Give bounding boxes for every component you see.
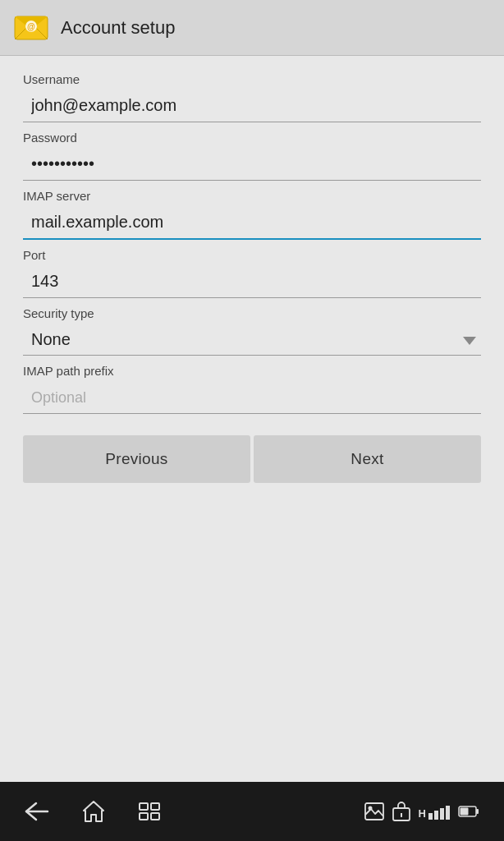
signal-bar-3	[440, 808, 444, 820]
back-arrow-icon	[25, 802, 49, 821]
bag-icon	[392, 802, 410, 821]
signal-indicator: H	[419, 803, 450, 820]
svg-rect-18	[476, 809, 479, 814]
next-button[interactable]: Next	[254, 435, 481, 483]
imap-server-field-group: IMAP server	[23, 189, 481, 240]
svg-text:@: @	[27, 22, 35, 31]
page-title: Account setup	[61, 17, 175, 39]
password-input[interactable]	[23, 149, 481, 181]
signal-bar-4	[446, 806, 450, 820]
security-type-field-group: Security type None SSL/TLS STARTTLS	[23, 306, 481, 356]
security-type-select[interactable]: None SSL/TLS STARTTLS	[23, 325, 481, 356]
imap-path-prefix-label: IMAP path prefix	[23, 364, 481, 378]
svg-marker-6	[84, 802, 103, 821]
svg-rect-7	[140, 803, 148, 810]
recents-icon	[138, 802, 161, 821]
button-row: Previous Next	[0, 422, 504, 496]
username-field-group: Username	[23, 72, 481, 122]
lock-button[interactable]	[392, 802, 410, 821]
nav-left-icons	[25, 800, 161, 823]
recents-button[interactable]	[138, 802, 161, 821]
port-label: Port	[23, 248, 481, 262]
signal-bar-2	[434, 811, 438, 820]
image-button[interactable]	[364, 802, 384, 820]
main-content: Username Password IMAP server Port Secur…	[0, 56, 504, 422]
username-label: Username	[23, 72, 481, 86]
top-bar: @ Account setup	[0, 0, 504, 56]
imap-server-input[interactable]	[23, 208, 481, 240]
password-label: Password	[23, 131, 481, 145]
home-button[interactable]	[82, 800, 105, 823]
imap-path-prefix-input[interactable]	[23, 383, 481, 414]
image-icon	[364, 802, 384, 820]
email-icon: @	[13, 10, 49, 46]
home-icon	[82, 800, 105, 823]
imap-server-label: IMAP server	[23, 189, 481, 203]
h-icon: H	[419, 807, 426, 820]
battery-indicator	[458, 805, 479, 818]
previous-button[interactable]: Previous	[23, 435, 250, 483]
nav-bar: H	[0, 782, 504, 841]
port-field-group: Port	[23, 248, 481, 298]
signal-bar-1	[428, 813, 433, 820]
port-input[interactable]	[23, 267, 481, 298]
security-type-dropdown-wrapper: None SSL/TLS STARTTLS	[23, 325, 481, 356]
bottom-spacer	[0, 496, 504, 782]
back-button[interactable]	[25, 802, 49, 821]
svg-rect-9	[140, 813, 148, 820]
security-type-label: Security type	[23, 306, 481, 320]
username-input[interactable]	[23, 91, 481, 122]
nav-right-icons: H	[364, 802, 479, 821]
svg-rect-10	[151, 813, 159, 820]
imap-path-prefix-field-group: IMAP path prefix	[23, 364, 481, 414]
battery-icon	[458, 805, 479, 818]
password-field-group: Password	[23, 131, 481, 181]
signal-bars	[428, 803, 450, 820]
svg-rect-8	[151, 803, 159, 810]
svg-rect-17	[460, 808, 469, 816]
